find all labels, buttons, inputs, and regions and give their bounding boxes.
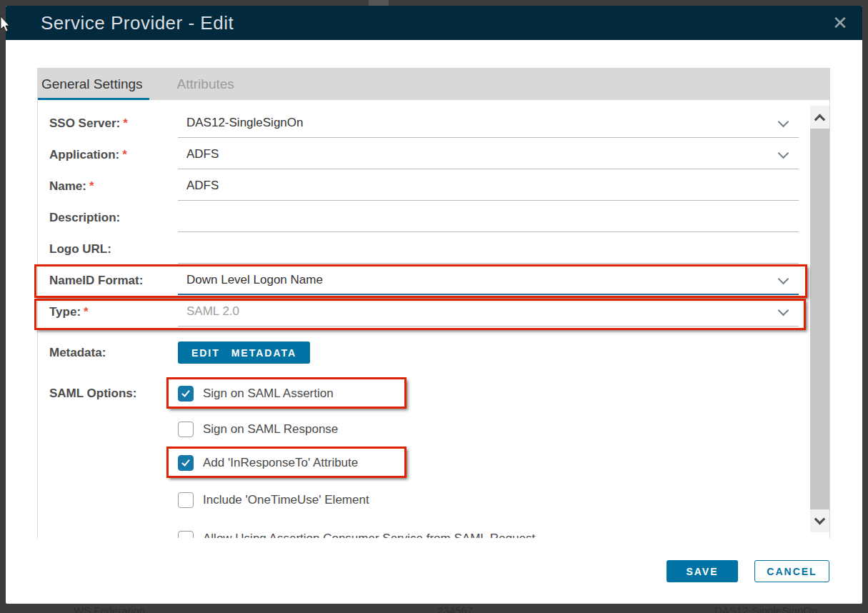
field-row-type: Type:* SAML 2.0 (38, 297, 799, 327)
type-select[interactable]: SAML 2.0 (178, 297, 799, 327)
checkbox-label: Include 'OneTimeUse' Element (203, 493, 369, 507)
checkbox-label: Add 'InResponseTo' Attribute (203, 456, 358, 470)
required-asterisk: * (123, 116, 128, 130)
checkbox-unchecked-icon[interactable] (178, 492, 194, 508)
checkbox-include-onetimeuse-element[interactable]: Include 'OneTimeUse' Element (178, 492, 369, 508)
required-asterisk: * (84, 305, 89, 319)
nameid-format-value: Down Level Logon Name (186, 266, 323, 294)
dialog-title: Service Provider - Edit (41, 12, 234, 34)
background-text-left: WS Federation (74, 604, 145, 613)
sso-server-value: DAS12-SingleSignOn (186, 109, 303, 136)
scrollbar-thumb[interactable] (810, 129, 829, 509)
field-row-description: Description: (38, 203, 799, 232)
checkbox-allow-acs-from-saml-request[interactable]: Allow Using Assertion Consumer Service f… (178, 531, 535, 538)
scroll-up-button[interactable] (810, 106, 829, 129)
required-asterisk: * (122, 148, 127, 161)
field-row-logo-url: Logo URL: (38, 234, 799, 264)
service-provider-edit-dialog: Service Provider - Edit ✕ General Settin… (6, 6, 862, 604)
field-row-nameid-format: NameID Format: Down Level Logon Name (38, 266, 799, 295)
field-row-name: Name:* ADFS (38, 171, 799, 201)
sso-server-select[interactable]: DAS12-SingleSignOn (178, 109, 799, 138)
tab-general-settings-label: General Settings (41, 76, 143, 92)
dialog-header: Service Provider - Edit ✕ (6, 6, 862, 40)
scroll-down-button[interactable] (810, 509, 829, 532)
vertical-scrollbar[interactable] (810, 106, 829, 532)
background-text-right: DAS12-SingleSignOn (714, 604, 817, 613)
name-input[interactable]: ADFS (178, 171, 799, 201)
name-label: Name:* (49, 171, 176, 201)
metadata-label: Metadata: (49, 342, 176, 364)
field-row-metadata: Metadata: (38, 342, 799, 364)
name-value: ADFS (186, 171, 219, 199)
chevron-down-icon[interactable] (778, 305, 789, 317)
checkbox-label: Allow Using Assertion Consumer Service f… (203, 532, 535, 538)
tab-attributes-label: Attributes (177, 76, 234, 92)
logo-url-label: Logo URL: (49, 234, 176, 264)
field-row-application: Application:* ADFS (38, 140, 799, 169)
nameid-format-select[interactable]: Down Level Logon Name (178, 266, 799, 295)
chevron-down-icon[interactable] (778, 148, 789, 159)
general-settings-panel: SSO Server:* DAS12-SingleSignOn Applicat… (37, 100, 830, 538)
saml-options-label: SAML Options: (49, 386, 176, 402)
check-icon (181, 388, 190, 397)
tab-attributes[interactable]: Attributes (174, 68, 238, 100)
checkbox-label: Sign on SAML Response (203, 422, 338, 437)
application-label: Application:* (49, 140, 176, 169)
dialog-footer: SAVE CANCEL (667, 560, 829, 582)
sso-server-label: SSO Server:* (49, 109, 176, 138)
nameid-format-label: NameID Format: (49, 266, 176, 295)
application-value: ADFS (186, 140, 219, 168)
edit-metadata-button[interactable]: EDIT METADATA (178, 342, 310, 364)
chevron-up-icon (814, 114, 826, 125)
checkbox-label: Sign on SAML Assertion (203, 387, 334, 401)
checkbox-sign-on-saml-response[interactable]: Sign on SAML Response (178, 422, 338, 437)
chevron-down-icon (814, 513, 826, 524)
close-icon[interactable]: ✕ (829, 11, 852, 34)
chevron-down-icon[interactable] (778, 274, 789, 285)
logo-url-input[interactable] (178, 234, 799, 264)
cancel-button[interactable]: CANCEL (754, 560, 829, 582)
check-icon (181, 457, 190, 466)
application-select[interactable]: ADFS (178, 140, 799, 169)
required-asterisk: * (89, 179, 94, 193)
checkbox-add-inresponseto-attribute[interactable]: Add 'InResponseTo' Attribute (178, 455, 358, 471)
chevron-down-icon[interactable] (778, 116, 789, 128)
type-label: Type:* (49, 297, 176, 327)
description-input[interactable] (178, 203, 799, 232)
type-value: SAML 2.0 (186, 297, 239, 325)
mouse-cursor-icon (0, 16, 11, 36)
save-button[interactable]: SAVE (667, 560, 738, 582)
checkbox-sign-on-saml-assertion[interactable]: Sign on SAML Assertion (178, 386, 334, 402)
background-text-center: 234567 (437, 604, 473, 613)
tab-general-settings[interactable]: General Settings (38, 68, 146, 100)
checkbox-unchecked-icon[interactable] (178, 531, 194, 538)
checkbox-unchecked-icon[interactable] (178, 422, 194, 437)
checkbox-checked-icon[interactable] (178, 455, 194, 471)
tab-bar: General Settings Attributes (37, 68, 830, 100)
field-row-sso-server: SSO Server:* DAS12-SingleSignOn (38, 109, 799, 138)
checkbox-checked-icon[interactable] (178, 386, 194, 402)
background-page-fragment (369, 0, 389, 6)
description-label: Description: (49, 203, 176, 232)
